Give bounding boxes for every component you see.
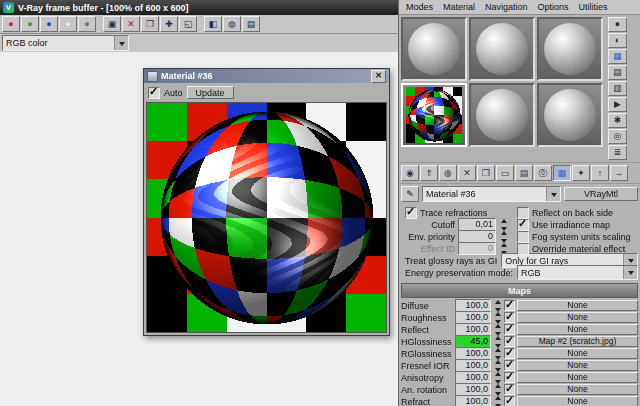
sample-type-icon[interactable]: ● (608, 17, 627, 32)
update-button[interactable]: Update (187, 86, 234, 99)
effect-id-field[interactable]: 0 (458, 242, 496, 255)
track-mouse-icon[interactable]: ✚ (160, 16, 178, 32)
map-enable-checkbox[interactable] (504, 396, 515, 406)
go-forward-to-sibling-icon[interactable]: → (610, 165, 628, 181)
override-material-effect-checkbox[interactable] (517, 243, 529, 255)
toolbar-icon[interactable] (97, 17, 102, 31)
glossy-gi-value: Only for GI rays (505, 256, 623, 266)
pick-material-icon[interactable]: ✎ (401, 186, 419, 202)
spinner-up-icon[interactable] (501, 231, 507, 235)
map-slot-button[interactable]: None (517, 384, 638, 395)
material-type-button[interactable]: VRayMtl (564, 187, 638, 201)
spinner-up-icon[interactable] (495, 300, 501, 304)
material-name-select[interactable]: Material #36 (422, 186, 561, 202)
material-editor-panel: ModesMaterialNavigationOptionsUtilities … (399, 0, 640, 406)
trace-refractions-checkbox[interactable] (405, 207, 417, 219)
video-color-check-icon[interactable]: ▥ (608, 81, 627, 96)
monochrome-channel-icon[interactable]: ● (78, 16, 96, 32)
maps-rollout-header[interactable]: Maps (401, 283, 638, 298)
auto-checkbox[interactable] (148, 87, 160, 99)
spinner-up-icon[interactable] (495, 336, 501, 340)
get-material-icon[interactable]: ◉ (401, 165, 419, 181)
stamp-icon[interactable]: ▤ (242, 16, 260, 32)
cutoff-label: Cutoff (405, 220, 455, 230)
material-sphere (476, 23, 528, 75)
vfb-titlebar[interactable]: V V-Ray frame buffer - [100% of 600 x 60… (0, 0, 398, 15)
material-preview-titlebar[interactable]: Material #36 (144, 69, 389, 83)
red-channel-icon[interactable]: ● (2, 16, 20, 32)
use-irradiance-map-checkbox[interactable] (517, 219, 529, 231)
backlight-icon[interactable]: ◐ (608, 33, 627, 48)
material-sphere (408, 23, 460, 75)
channel-select[interactable]: RGB color (2, 35, 129, 51)
spinner-up-icon[interactable] (495, 396, 501, 400)
assign-material-to-selection-icon[interactable]: ◍ (439, 165, 457, 181)
menu-navigation[interactable]: Navigation (481, 2, 532, 12)
srgb-icon[interactable]: ◍ (223, 16, 241, 32)
region-render-icon[interactable]: ◱ (179, 16, 197, 32)
spinner-up-icon[interactable] (495, 348, 501, 352)
sample-slot[interactable] (537, 83, 603, 147)
menu-utilities[interactable]: Utilities (575, 2, 612, 12)
sample-slots (401, 17, 603, 160)
spinner-up-icon[interactable] (495, 324, 501, 328)
dropdown-arrow-icon[interactable] (114, 36, 128, 50)
toolbar-icon[interactable] (198, 17, 203, 31)
map-label: Diffuse (401, 301, 453, 311)
map-slot-button[interactable]: None (517, 348, 638, 359)
save-image-icon[interactable]: ▣ (103, 16, 121, 32)
menu-modes[interactable]: Modes (402, 2, 437, 12)
spinner-up-icon[interactable] (495, 312, 501, 316)
clear-image-icon[interactable]: ✕ (122, 16, 140, 32)
close-icon[interactable] (371, 70, 386, 83)
show-end-result-icon[interactable]: ✦ (572, 165, 590, 181)
material-id-channel-icon[interactable]: ⓪ (534, 165, 552, 181)
options-icon[interactable]: ✱ (608, 113, 627, 128)
material-map-navigator-icon[interactable]: ≣ (608, 145, 627, 160)
sample-uv-tiling-icon[interactable]: ▤ (608, 65, 627, 80)
spinner-up-icon[interactable] (495, 372, 501, 376)
select-by-material-icon[interactable]: ◎ (608, 129, 627, 144)
map-label: Refract (401, 397, 453, 406)
material-preview-controls: Auto Update (144, 83, 389, 102)
sample-slot-active[interactable] (401, 83, 467, 147)
vray-frame-buffer-window: V V-Ray frame buffer - [100% of 600 x 60… (0, 0, 399, 406)
green-channel-icon[interactable]: ● (21, 16, 39, 32)
alpha-channel-icon[interactable]: ● (59, 16, 77, 32)
fog-system-units-checkbox[interactable] (517, 231, 529, 243)
dropdown-arrow-icon[interactable] (546, 187, 560, 201)
duplicate-to-host-icon[interactable]: ❐ (141, 16, 159, 32)
blue-channel-icon[interactable]: ● (40, 16, 58, 32)
reset-map-icon[interactable]: ✕ (458, 165, 476, 181)
menu-material[interactable]: Material (439, 2, 479, 12)
menu-options[interactable]: Options (534, 2, 573, 12)
map-slot-button[interactable]: None (517, 324, 638, 335)
map-slot-button[interactable]: None (517, 300, 638, 311)
map-slot-button[interactable]: None (517, 312, 638, 323)
map-slot-button[interactable]: Map #2 (scratch.jpg) (517, 336, 638, 347)
sample-slot[interactable] (401, 17, 467, 81)
map-slot-button[interactable]: None (517, 372, 638, 383)
map-slot-button[interactable]: None (517, 396, 638, 406)
make-material-copy-icon[interactable]: ❐ (477, 165, 495, 181)
spinner-up-icon[interactable] (495, 384, 501, 388)
map-amount-field[interactable]: 100,0 (455, 395, 491, 406)
put-to-library-icon[interactable]: ▤ (515, 165, 533, 181)
spinner-up-icon[interactable] (501, 219, 507, 223)
go-to-parent-icon[interactable]: ↑ (591, 165, 609, 181)
map-slot-button[interactable]: None (517, 360, 638, 371)
make-preview-icon[interactable]: ▶ (608, 97, 627, 112)
spinner-up-icon[interactable] (495, 360, 501, 364)
sample-slot[interactable] (469, 83, 535, 147)
show-map-in-viewport-icon[interactable]: ▦ (553, 165, 571, 181)
put-material-to-scene-icon[interactable]: ⇑ (420, 165, 438, 181)
make-unique-icon[interactable]: ▭ (496, 165, 514, 181)
map-amount-spinner[interactable] (493, 395, 502, 406)
sample-slot[interactable] (537, 17, 603, 81)
color-correction-icon[interactable]: ◧ (204, 16, 222, 32)
dropdown-arrow-icon[interactable] (623, 266, 637, 279)
spinner-up-icon[interactable] (501, 243, 507, 247)
background-icon[interactable]: ▦ (608, 49, 627, 64)
sample-slot[interactable] (469, 17, 535, 81)
energy-mode-select[interactable]: RGB (517, 265, 638, 280)
